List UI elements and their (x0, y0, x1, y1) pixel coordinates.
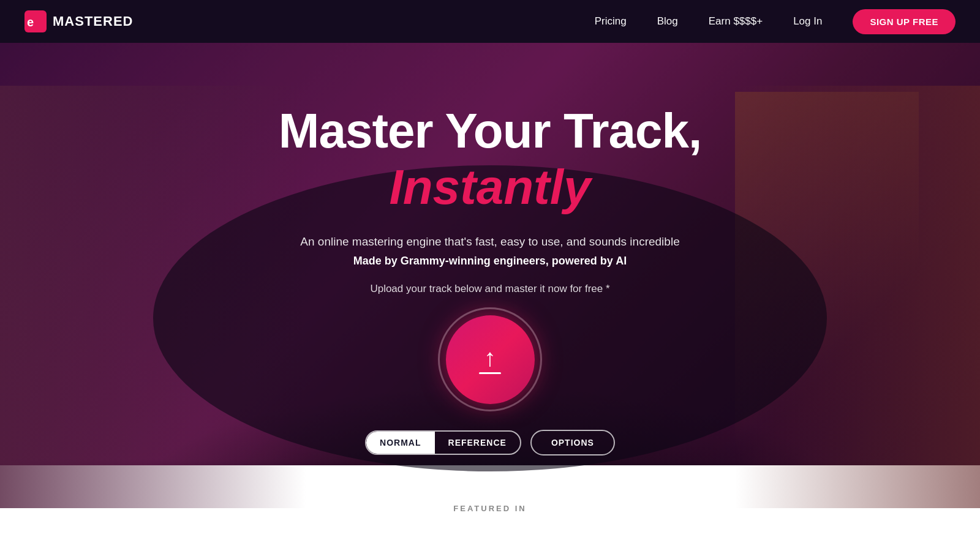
hero-title-line2: Instantly (390, 158, 591, 217)
upload-line-icon (479, 372, 501, 374)
nav-link-pricing[interactable]: Pricing (595, 15, 627, 28)
hero-subtitle1: An online mastering engine that's fast, … (300, 235, 679, 249)
logo-icon: e (24, 10, 47, 32)
signup-button[interactable]: SIGN UP FREE (853, 9, 956, 34)
upload-button-wrapper: ↑ (438, 307, 542, 411)
toggle-normal-label[interactable]: NORMAL (366, 432, 434, 454)
hero-subtitle2: Made by Grammy-winning engineers, powere… (353, 255, 627, 268)
navbar: e MASTERED Pricing Blog Earn $$$$+ Log I… (0, 0, 980, 43)
upload-button-outer-ring: ↑ (438, 307, 542, 411)
normal-reference-toggle[interactable]: NORMAL REFERENCE (365, 430, 521, 455)
featured-title: FEATURED IN (453, 504, 526, 513)
toggle-reference-label[interactable]: REFERENCE (435, 432, 520, 454)
hero-upload-prompt: Upload your track below and master it no… (370, 283, 609, 295)
upload-button[interactable]: ↑ (446, 315, 535, 404)
hero-content: Master Your Track, Instantly An online m… (0, 43, 980, 488)
logo-text: MASTERED (53, 13, 133, 29)
hero-title-line1: Master Your Track, (279, 104, 701, 158)
scroll-down-indicator[interactable]: ⤵ (486, 471, 494, 488)
upload-arrow-icon: ↑ (484, 345, 496, 370)
nav-link-blog[interactable]: Blog (657, 15, 678, 28)
chevron-down-icon: ⤵ (486, 471, 494, 488)
options-button[interactable]: OPTIONS (530, 430, 615, 455)
nav-link-earn[interactable]: Earn $$$$+ (709, 15, 763, 28)
logo[interactable]: e MASTERED (24, 10, 133, 32)
hero-section: Master Your Track, Instantly An online m… (0, 43, 980, 508)
nav-links: Pricing Blog Earn $$$$+ Log In SIGN UP F… (595, 9, 956, 34)
mode-toggle-area: NORMAL REFERENCE OPTIONS (365, 430, 615, 455)
nav-link-login[interactable]: Log In (793, 15, 822, 28)
svg-text:e: e (27, 15, 34, 29)
